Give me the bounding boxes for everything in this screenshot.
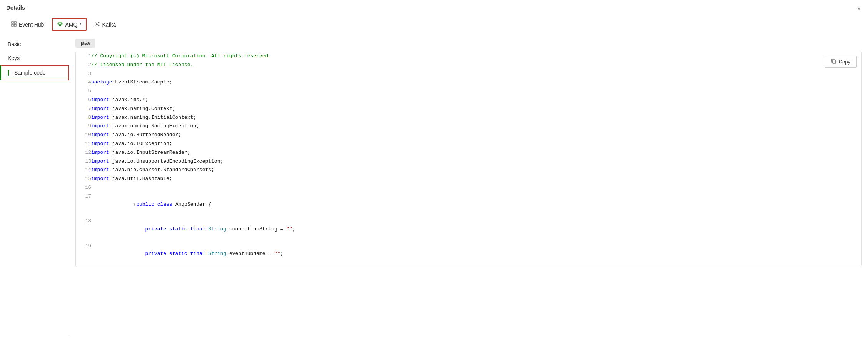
table-row: 16 <box>76 183 861 192</box>
table-row: 15 import java.util.Hashtable; <box>76 175 861 183</box>
tab-kafka[interactable]: Kafka <box>90 18 121 30</box>
table-row: 12 import java.io.InputStreamReader; <box>76 148 861 157</box>
sidebar: Basic Keys Sample code <box>0 34 69 336</box>
sidebar-item-basic[interactable]: Basic <box>0 37 69 51</box>
tab-kafka-label: Kafka <box>102 22 116 28</box>
table-row: 6 import javax.jms.*; <box>76 96 861 105</box>
sidebar-item-sample-code[interactable]: Sample code <box>0 65 69 80</box>
content-area: java Copy 1 // Copyright (c) Microsoft <box>69 34 868 336</box>
table-row: 13 import java.io.UnsupportedEncodingExc… <box>76 157 861 166</box>
svg-marker-5 <box>59 23 62 25</box>
tab-event-hub-label: Event Hub <box>19 22 44 28</box>
svg-line-11 <box>96 23 97 23</box>
table-row: 4 package EventStream.Sample; <box>76 78 861 87</box>
sidebar-basic-label: Basic <box>8 41 21 47</box>
tabs-row: Event Hub AMQP Kafka <box>0 15 868 34</box>
table-row: 9 import javax.naming.NamingException; <box>76 122 861 131</box>
diamond-icon <box>57 21 63 28</box>
code-container: Copy 1 // Copyright (c) Microsoft Corpor… <box>75 52 862 267</box>
language-pill[interactable]: java <box>75 39 95 48</box>
table-row: 3 <box>76 70 861 78</box>
nodes-icon <box>95 21 100 28</box>
table-row: 19 private static final String eventHubN… <box>76 242 861 267</box>
copy-label: Copy <box>839 59 850 65</box>
table-row: 2 // Licensed under the MIT License. <box>76 61 861 70</box>
table-row: 8 import javax.naming.InitialContext; <box>76 113 861 122</box>
top-bar: Details ⌄ <box>0 0 868 15</box>
tab-amqp[interactable]: AMQP <box>52 18 86 31</box>
table-row: 18 private static final String connectio… <box>76 217 861 242</box>
tab-amqp-label: AMQP <box>65 22 81 28</box>
svg-rect-1 <box>14 22 16 23</box>
page-title: Details <box>6 4 25 11</box>
code-table: 1 // Copyright (c) Microsoft Corporation… <box>76 52 861 267</box>
table-row: 1 // Copyright (c) Microsoft Corporation… <box>76 52 861 61</box>
main-layout: Basic Keys Sample code java Copy <box>0 34 868 336</box>
sidebar-sample-code-label: Sample code <box>14 70 46 76</box>
svg-rect-2 <box>12 24 13 26</box>
table-row: 5 <box>76 87 861 96</box>
sidebar-keys-label: Keys <box>8 55 20 61</box>
svg-rect-0 <box>12 22 13 23</box>
table-row: 14 import java.nio.charset.StandardChars… <box>76 166 861 175</box>
table-row: 17 ▼public class AmqpSender { <box>76 192 861 217</box>
svg-rect-3 <box>14 24 16 26</box>
svg-line-12 <box>98 23 98 23</box>
sidebar-item-keys[interactable]: Keys <box>0 51 69 65</box>
table-row: 11 import java.io.IOException; <box>76 140 861 148</box>
copy-button[interactable]: Copy <box>825 56 857 68</box>
grid-icon <box>11 21 17 28</box>
svg-line-14 <box>98 24 98 25</box>
copy-icon <box>831 58 836 65</box>
table-row: 7 import javax.naming.Context; <box>76 105 861 113</box>
active-indicator <box>8 70 9 76</box>
svg-line-13 <box>96 24 97 25</box>
collapse-icon[interactable]: ⌄ <box>856 3 862 12</box>
table-row: 10 import java.io.BufferedReader; <box>76 131 861 140</box>
svg-rect-15 <box>833 60 836 63</box>
tab-event-hub[interactable]: Event Hub <box>6 18 49 30</box>
